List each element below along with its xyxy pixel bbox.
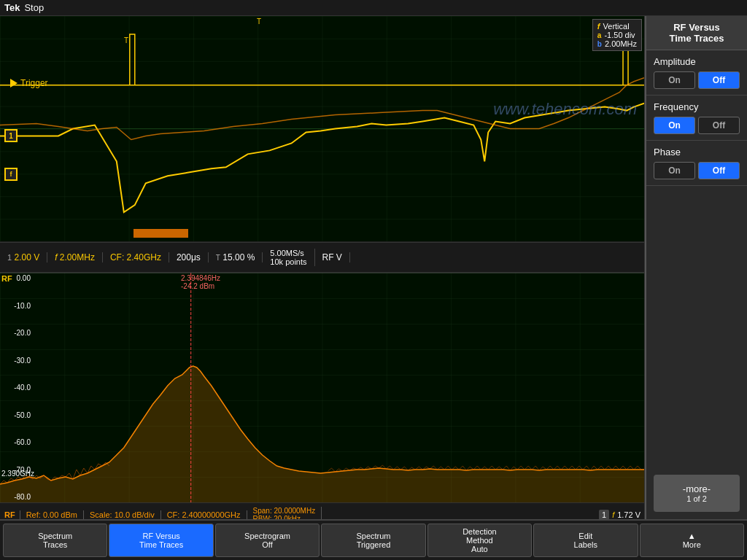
right-panel: RF Versus Time Traces Amplitude On Off F… [645, 16, 747, 519]
vertical-label: Vertical [603, 22, 630, 31]
marker-t-right: T [257, 18, 261, 26]
phase-label: Phase [654, 147, 740, 158]
svg-rect-4 [0, 273, 644, 502]
rf-marker: f [4, 168, 18, 181]
time-domain-area: Trigger 1 f T T www.tehencom.com [0, 16, 644, 242]
phase-off-btn[interactable]: Off [698, 162, 740, 179]
ch1-bw-marker: 1 [599, 510, 609, 520]
status-bar-1: 1 2.00 V f 2.00MHz CF: 2.40GHz 200μs T 1… [0, 242, 645, 273]
freq-domain-area: 0.00 -10.0 -20.0 -30.0 -40.0 -50.0 -60.0… [0, 273, 644, 502]
vertical-info-panel: f Vertical a -1.50 div b 2.00MHz [592, 19, 642, 51]
panel-title: RF Versus Time Traces [646, 16, 747, 50]
edit-labels-btn[interactable]: EditLabels [533, 524, 638, 557]
ch1-voltage-display: 1 2.00 V [0, 252, 47, 262]
time-domain-svg [0, 16, 644, 241]
bw-display: 1 f 1.72 V [595, 510, 645, 520]
brand-logo: Tek [0, 2, 24, 13]
more-bottom-btn[interactable]: ▲More [640, 524, 744, 557]
more-button[interactable]: -more- 1 of 2 [654, 475, 740, 512]
ch-b-value: 2.00MHz [605, 39, 637, 48]
cf-sb2: CF: 2.40000000GHz [161, 510, 247, 519]
frequency-row: Frequency On Off [646, 96, 747, 141]
span-rbw: Span: 20.0000MHz RBW: 20.0kHz [247, 507, 322, 520]
timebase-display: 200μs [169, 252, 209, 262]
detection-method-btn[interactable]: DetectionMethodAuto [427, 524, 532, 557]
marker-t-left: T [124, 36, 128, 44]
status-bar-2: RF Ref: 0.00 dBm Scale: 10.0 dB/div CF: … [0, 502, 645, 519]
scale-value: Scale: 10.0 dB/div [84, 510, 161, 519]
amplitude-on-btn[interactable]: On [654, 71, 695, 89]
freq-icon: f [55, 252, 57, 262]
freq-domain-svg [0, 273, 644, 502]
phase-on-btn[interactable]: On [654, 162, 695, 179]
frequency-on-btn[interactable]: On [654, 117, 695, 134]
sample-rate-display: 5.00MS/s 10k points [263, 249, 314, 266]
x-axis-freq-label: 2.390GHz [1, 470, 34, 478]
ch-b-icon: b [597, 40, 602, 48]
vertical-f-icon: f [597, 22, 600, 31]
amplitude-row: Amplitude On Off [646, 50, 747, 96]
bottom-button-bar: SpectrumTraces RF VersusTime Traces Spec… [0, 519, 747, 560]
run-stop-status: Stop [24, 2, 44, 13]
ch-a-value: -1.50 div [604, 31, 635, 39]
spectrum-triggered-btn[interactable]: SpectrumTriggered [321, 524, 425, 557]
rf-freq-marker: RF [1, 274, 12, 283]
rf-label-display: RF V [315, 252, 350, 262]
top-bar: Tek Stop [0, 0, 747, 16]
freq-icon-sb2: f [612, 510, 614, 519]
frequency-off-btn[interactable]: Off [698, 117, 740, 134]
freq-display: f 2.00MHz [47, 252, 103, 262]
rf-versus-time-btn[interactable]: RF VersusTime Traces [109, 524, 213, 557]
frequency-label: Frequency [654, 101, 740, 112]
ch-a-icon: a [597, 31, 602, 39]
spectrogram-btn[interactable]: SpectrogramOff [215, 524, 320, 557]
bw-value: 1.72 V [617, 510, 640, 519]
phase-row: Phase On Off [646, 141, 747, 186]
amplitude-label: Amplitude [654, 56, 740, 67]
rf-label-sb2: RF [0, 510, 20, 519]
amplitude-off-btn[interactable]: Off [698, 71, 740, 89]
scope-display: Trigger 1 f T T www.tehencom.com 1 2.00 … [0, 16, 645, 519]
ch1-marker: 1 [4, 129, 18, 142]
trigger-arrow-icon [10, 79, 18, 88]
trigger-pct-display: T 15.00 % [209, 252, 263, 262]
trigger-label: Trigger [10, 78, 48, 88]
ref-value: Ref: 0.00 dBm [20, 510, 84, 519]
orange-gate-marker [133, 229, 188, 238]
trigger-text: Trigger [20, 78, 48, 88]
cf-display: CF: 2.40GHz [103, 252, 169, 262]
spectrum-traces-btn[interactable]: SpectrumTraces [3, 524, 107, 557]
